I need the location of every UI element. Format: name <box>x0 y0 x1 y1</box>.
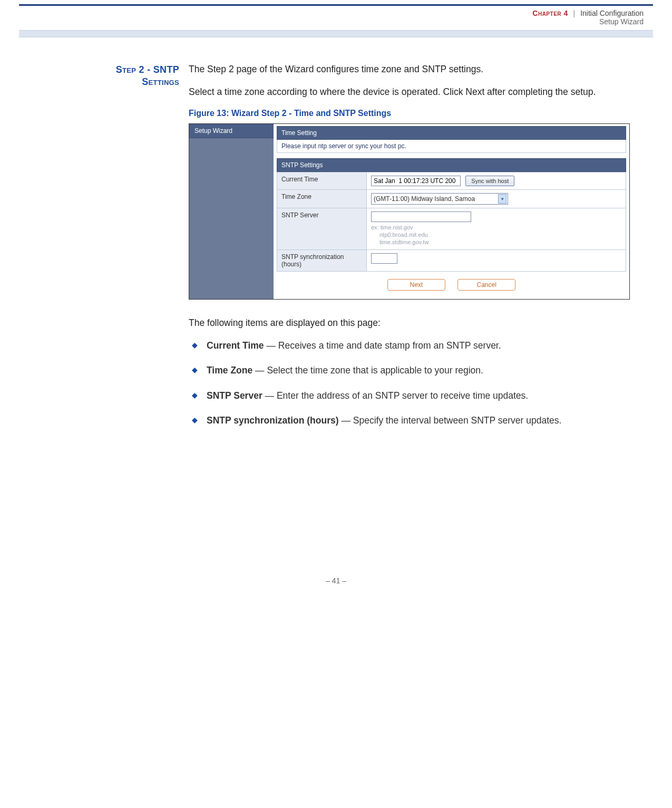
bullet-desc: — Specify the interval between SNTP serv… <box>339 415 562 426</box>
hint-line-3: time.stdtime.gov.tw <box>371 238 621 246</box>
hint-prefix: ex: <box>371 224 379 230</box>
intro-paragraph-2: Select a time zone according to where th… <box>189 85 630 99</box>
margin-column: Step 2 - SNTP Settings <box>32 63 179 439</box>
cancel-button[interactable]: Cancel <box>457 279 515 291</box>
list-item: SNTP synchronization (hours) — Specify t… <box>189 414 630 427</box>
items-intro: The following items are displayed on thi… <box>189 316 630 330</box>
sync-with-host-button[interactable]: Sync with host <box>465 176 514 186</box>
time-setting-note: Please input ntp server or sync your hos… <box>277 140 626 153</box>
figure-caption: Figure 13: Wizard Step 2 - Time and SNTP… <box>189 109 630 118</box>
list-item: Current Time — Receives a time and date … <box>189 339 630 352</box>
list-item: Time Zone — Select the time zone that is… <box>189 364 630 377</box>
section-heading-line1: Step 2 - SNTP <box>32 64 179 76</box>
header-line-1: Chapter 4 | Initial Configuration <box>19 9 644 17</box>
time-zone-select[interactable]: (GMT-11:00) Midway Island, Samoa ▾ <box>371 193 508 205</box>
wizard-sidebar: Setup Wizard <box>189 124 274 299</box>
sntp-server-cell: ex: time.nist.gov ntp0.broad.mit.edu tim… <box>367 208 626 249</box>
table-row: SNTP synchronization (hours) <box>277 249 626 271</box>
bullet-desc: — Select the time zone that is applicabl… <box>252 365 483 376</box>
header-subheading: Setup Wizard <box>19 17 644 26</box>
sntp-sync-input[interactable] <box>371 253 397 264</box>
wizard-main: Time Setting Please input ntp server or … <box>274 124 629 299</box>
chapter-label: Chapter 4 <box>532 9 568 17</box>
bullet-desc: — Receives a time and date stamp from an… <box>264 340 501 351</box>
sntp-server-hint: ex: time.nist.gov ntp0.broad.mit.edu tim… <box>371 224 621 246</box>
sntp-settings-table: Current Time Sync with host Time Zone (G… <box>277 172 626 272</box>
time-zone-label: Time Zone <box>277 189 367 208</box>
header-separator: | <box>573 9 576 17</box>
content-column: The Step 2 page of the Wizard configures… <box>189 63 630 439</box>
page-header: Chapter 4 | Initial Configuration Setup … <box>19 7 653 29</box>
hint-line-2: ntp0.broad.mit.edu <box>371 231 621 238</box>
sntp-server-label: SNTP Server <box>277 208 367 249</box>
header-divider <box>19 30 653 37</box>
bullet-term: SNTP synchronization (hours) <box>207 415 339 426</box>
table-row: Current Time Sync with host <box>277 172 626 189</box>
sntp-sync-label: SNTP synchronization (hours) <box>277 249 367 271</box>
bullet-list: Current Time — Receives a time and date … <box>189 339 630 428</box>
bullet-desc: — Enter the address of an SNTP server to… <box>262 390 529 401</box>
wizard-sidebar-title: Setup Wizard <box>189 124 274 138</box>
bullet-term: SNTP Server <box>207 390 262 401</box>
sntp-sync-cell <box>367 249 626 271</box>
table-row: Time Zone (GMT-11:00) Midway Island, Sam… <box>277 189 626 208</box>
section-heading-line2: Settings <box>32 76 179 88</box>
sntp-settings-title: SNTP Settings <box>277 158 626 172</box>
current-time-label: Current Time <box>277 172 367 189</box>
intro-paragraph-1: The Step 2 page of the Wizard configures… <box>189 63 630 76</box>
table-row: SNTP Server ex: time.nist.gov ntp0.broad… <box>277 208 626 249</box>
hint-line-1: time.nist.gov <box>381 224 413 230</box>
time-zone-cell: (GMT-11:00) Midway Island, Samoa ▾ <box>367 189 626 208</box>
top-rule <box>19 4 653 6</box>
wizard-screenshot: Setup Wizard Time Setting Please input n… <box>189 123 630 300</box>
chevron-down-icon: ▾ <box>498 194 507 204</box>
wizard-button-row: Next Cancel <box>277 272 626 293</box>
next-button[interactable]: Next <box>387 279 445 291</box>
time-setting-title: Time Setting <box>277 126 626 140</box>
bullet-term: Current Time <box>207 340 264 351</box>
page-number: – 41 – <box>0 439 672 601</box>
current-time-input[interactable] <box>371 176 461 186</box>
section-heading: Step 2 - SNTP Settings <box>32 64 179 88</box>
list-item: SNTP Server — Enter the address of an SN… <box>189 389 630 402</box>
chapter-title: Initial Configuration <box>580 9 644 17</box>
sntp-server-input[interactable] <box>371 211 471 222</box>
current-time-cell: Sync with host <box>367 172 626 189</box>
time-zone-value: (GMT-11:00) Midway Island, Samoa <box>374 195 475 203</box>
bullet-term: Time Zone <box>207 365 252 376</box>
